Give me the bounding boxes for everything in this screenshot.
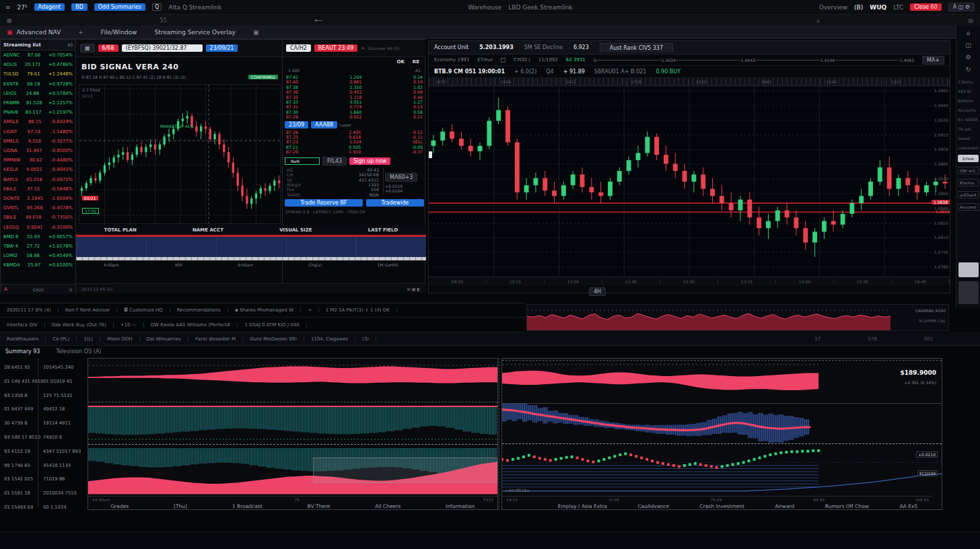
watchlist-row[interactable]: FRNMR91.528+2.1257% [1,98,75,108]
overview-label[interactable]: Overview [819,4,847,11]
tab-adagent[interactable]: Adagent [34,3,65,11]
center-label-1[interactable]: Warehouse [468,4,501,11]
checkbox[interactable] [501,58,505,63]
col-header-3[interactable]: VISUAL SIZE [279,227,312,233]
statusbar-segment[interactable]: RasWhausers [0,336,46,342]
statusbar-segment[interactable]: Moon OOH [100,336,140,342]
live-chip[interactable]: 17/32 [82,208,99,214]
rail-item[interactable]: Buttons [958,98,979,103]
toolbar-segment[interactable]: Oak Work Buy (Out 76) [45,322,114,328]
date-button[interactable]: 23/09/21 [206,44,238,52]
rail-icon[interactable]: ↻ [966,66,971,73]
statusbar-segment[interactable]: Fara) dissaster M [188,336,243,342]
orderbook-row[interactable]: 87.351.1180.44 [284,95,425,100]
watchlist-row[interactable]: GVNTL95.268-0.4578% [1,203,75,213]
watchlist-row[interactable]: AMSLE88.15-0.8324% [1,117,75,126]
statusbar-segment[interactable]: Ounz MisDwoon 99) [243,336,304,342]
ma-plus-chip[interactable]: MA+ [922,56,944,65]
orderbook-row[interactable]: 87.250.618-0.11 [284,135,425,139]
toolbar-segment[interactable]: Non-T Rent Advisor [59,307,118,313]
trade-reserve-button[interactable]: Trade Reserve BF [285,199,363,207]
rail-item[interactable]: 3 Items [958,79,979,84]
rail-icon[interactable]: ⌂ [967,30,971,36]
watchlist-row[interactable]: LOMI258.98+0.4549% [1,251,75,260]
tab-bd[interactable]: BD [71,3,88,11]
orderbook-row[interactable]: 87.231.224SELL [284,139,425,144]
toolbar-segment[interactable]: 2020/11 17 8% (4) [0,307,59,313]
watchlist-row[interactable]: KESLA4.0021-0.9045% [1,165,75,174]
watchlist-row[interactable]: LIDNA31.947-0.8500% [1,146,75,155]
orderbook-row[interactable]: 87.382.3101.02 [284,85,425,89]
col-header-4[interactable]: LAST FIELD [368,227,398,233]
watchlist-row[interactable]: LIGNT97.19-1.5480% [1,127,75,137]
watchlist-row[interactable]: AOLIS20.171+0.4786% [1,60,75,69]
close-button[interactable]: Close 60 [910,3,942,11]
grid-icon[interactable]: ▦ [7,17,12,24]
gear-icon[interactable]: ⚙ [965,54,971,61]
watchlist-row[interactable]: LEGSQ0.6041-0.3100% [1,223,75,232]
window-controls[interactable]: A ◫ ⚙ [948,3,975,11]
quantity-input[interactable]: NaN [285,157,320,165]
rail-item[interactable]: B+ WORK [958,117,979,122]
rail-item[interactable]: Lakewood [958,145,979,150]
orderbook-row[interactable]: 87.400.8810.19 [284,79,425,84]
right-indicator-stack[interactable]: $189.9000 +0.391 (0.34%) +0.0210 ECD100 … [501,358,942,510]
rail-item[interactable]: Sweet [958,136,979,141]
rail-icon[interactable]: ◫ [965,42,971,48]
toolbar-segment[interactable]: +10 — [114,322,144,328]
series-chip[interactable]: AAA88 [311,121,337,129]
tradewide-button[interactable]: Tradewide [366,199,424,207]
rail-item[interactable]: TB ads [958,126,979,131]
re-label[interactable]: RE [413,59,419,65]
statusbar-segment[interactable]: (3) [355,336,376,342]
watchlist-row[interactable]: TBW 427.72+1.6578% [1,242,75,251]
watchlist-row[interactable]: EMELS9.018-0.3277% [1,137,75,146]
toolbar-segment[interactable]: → [301,307,319,313]
new-tab-button[interactable]: + [78,29,83,36]
watchlist-row[interactable]: MMNIW30.62-0.4480% [1,155,75,165]
rail-active-button[interactable]: b/rew [958,155,979,162]
toolbar-segment[interactable]: Recommendations [170,307,228,313]
toolbar-segment[interactable]: Interface DIV [0,322,45,328]
watchlist-row[interactable]: DONTE2.1945-1.6504% [1,194,75,203]
orderbook-row[interactable]: 87.280.9120.21 [284,114,425,119]
statusbar-segment[interactable]: Dai Winuarriev [140,336,189,342]
watchlist-row[interactable]: LEIGS24.88+0.5784% [1,89,75,98]
symbol-search-input[interactable]: (EYBFSQ) 39021/32.87 [122,44,203,52]
panel-icon[interactable]: ▤ [968,17,973,24]
monitor-footer-icons[interactable]: ⊞ ▦ ◧ [407,287,421,291]
signup-button[interactable]: Sign up now [349,157,390,165]
rail-item[interactable]: 4X0 BI [958,89,979,94]
date-chip[interactable]: 23/09 [285,121,308,129]
watchlist-row[interactable]: ADVNC87.66+0.7054% [1,50,75,60]
clipboard-icon[interactable]: ▣ [253,29,259,36]
rail-extra-item[interactable]: a/93ae4 [958,191,979,198]
orderbook-row[interactable]: 87.421.2040.24 [284,75,425,79]
cash-chip[interactable]: CA/H2 [286,44,311,52]
tab-summary[interactable]: Summary 93 [5,349,40,355]
watchlist-row[interactable]: SBILS49.018-0.7356% [1,213,75,222]
session-button[interactable]: BEAUT 23:49 [314,44,357,52]
orderbook-row[interactable]: 87.262.405-0.52 [284,130,425,135]
tab-advanced-nav[interactable]: ▣ Advanced NAV [7,29,61,36]
watchlist-row[interactable]: BMD 855.93+0.9057% [1,232,75,242]
toolbar-segment[interactable]: ◘ Customize HQ [117,307,170,313]
rail-gray-block-1[interactable] [958,262,979,277]
rail-gray-block-2[interactable] [958,281,979,304]
rail-extra-item[interactable]: Klarma [958,179,979,186]
search-icon[interactable]: Q [152,3,162,11]
toolbar-segment[interactable]: DW Kwole AAS Williams (Perfect# [144,322,238,328]
rail-item[interactable]: Accounts [958,108,979,112]
tab-streaming-service[interactable]: Streaming Service Overlay [154,29,235,36]
tab-odd-summaries[interactable]: Odd Summaries [94,3,145,11]
bid-chip[interactable]: EX/21 [82,196,98,200]
watchlist-row[interactable]: EXNTE69.18+0.9728% [1,79,75,89]
main-candle-chart[interactable]: 1.09601.09451.09301.09151.09001.08851.08… [429,87,950,277]
center-label-2[interactable]: LBD Geek Streamlink [508,4,573,11]
orderbook-row[interactable]: 87.301.6600.58 [284,110,425,114]
statusbar-segment[interactable]: Co (PL) [46,336,77,342]
toolbar-segment[interactable]: ▪ Shares Mismanaged W [228,307,301,313]
orderbook-row[interactable]: 87.360.4520.08 [284,89,425,94]
sell-ratio-button[interactable]: 6/68 [98,44,118,52]
statusbar-segment[interactable]: 1104. Cwgawes [304,336,355,342]
